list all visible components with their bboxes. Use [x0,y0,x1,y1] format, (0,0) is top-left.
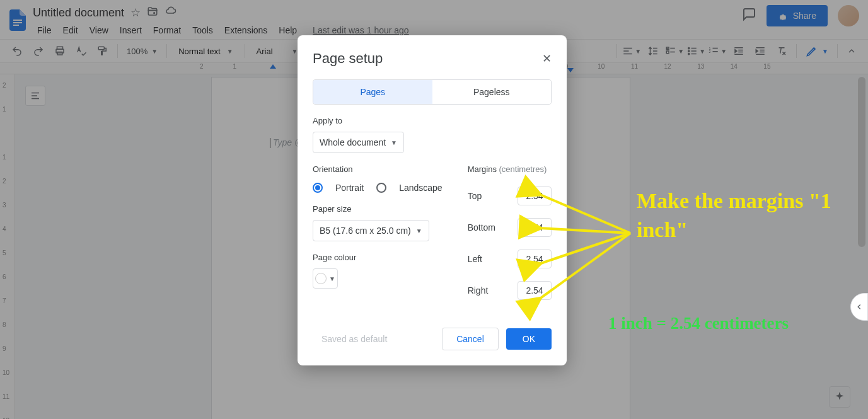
margins-label: Margins (centimetres) [468,164,552,174]
svg-point-20 [688,53,690,54]
orientation-label: Orientation [313,164,443,174]
menu-file[interactable]: File [33,23,56,38]
tab-pageless[interactable]: Pageless [432,80,552,104]
orientation-landscape-label: Landscape [399,183,443,193]
comments-icon[interactable] [741,7,756,25]
right-indent-marker[interactable] [567,68,574,72]
apply-to-label: Apply to [313,116,552,125]
svg-rect-16 [666,51,669,54]
margin-top-label: Top [468,191,482,201]
close-icon[interactable]: ✕ [542,52,552,66]
line-spacing-icon[interactable] [644,42,663,60]
redo-icon[interactable] [29,42,48,60]
print-icon[interactable] [50,42,69,60]
decrease-indent-icon[interactable] [729,42,748,60]
margin-right-input[interactable] [518,281,552,300]
hide-menus-icon[interactable] [843,42,860,60]
share-label: Share [793,11,816,21]
paper-size-label: Paper size [313,204,443,214]
orientation-portrait-radio[interactable] [313,183,323,193]
ok-button[interactable]: OK [506,328,552,350]
svg-text:2: 2 [709,50,711,54]
checklist-icon[interactable]: ▼ [665,42,684,60]
menu-edit[interactable]: Edit [59,23,83,38]
svg-point-18 [688,47,690,49]
annotation-margins: Make the margins "1 inch" [637,187,868,244]
align-dropdown[interactable]: ▼ [622,42,641,60]
zoom-select[interactable]: 100%▼ [123,44,161,59]
font-select[interactable]: Arial▼ [250,44,304,59]
svg-rect-2 [13,25,19,26]
bulleted-list-icon[interactable]: ▼ [686,42,705,60]
svg-rect-1 [13,22,22,23]
margin-left-label: Left [468,254,482,264]
editing-mode-button[interactable]: ▼ [802,42,832,60]
tab-pages[interactable]: Pages [313,80,432,104]
spellcheck-icon[interactable] [72,42,91,60]
increase-indent-icon[interactable] [751,42,770,60]
clear-formatting-icon[interactable] [772,42,791,60]
margin-left-input[interactable] [518,250,552,268]
docs-logo[interactable] [5,5,30,35]
margin-bottom-label: Bottom [468,222,495,232]
svg-rect-7 [98,47,104,50]
share-button[interactable]: Share [767,5,828,26]
cancel-button[interactable]: Cancel [442,328,499,350]
menu-help[interactable]: Help [274,23,301,38]
document-title[interactable]: Untitled document [33,6,124,20]
numbered-list-icon[interactable]: 12▼ [708,42,727,60]
svg-rect-3 [780,15,785,20]
vertical-ruler[interactable]: 21123456789101112 [0,74,15,419]
page-colour-label: Page colour [313,253,443,262]
paragraph-style-select[interactable]: Normal text▼ [172,44,239,59]
account-avatar[interactable] [838,5,859,26]
explore-button[interactable] [829,386,850,408]
orientation-portrait-label: Portrait [335,183,364,193]
svg-point-19 [688,50,690,52]
saved-as-default: Saved as default [313,329,396,349]
margin-bottom-input[interactable] [518,218,552,237]
menu-extensions[interactable]: Extensions [220,23,272,38]
cloud-status-icon[interactable] [165,6,177,20]
menu-insert[interactable]: Insert [115,23,146,38]
menu-view[interactable]: View [85,23,113,38]
undo-icon[interactable] [8,42,26,60]
dialog-title: Page setup [313,50,383,67]
annotation-conversion: 1 inch = 2.54 centimeters [608,314,789,333]
move-icon[interactable] [147,6,158,20]
paper-size-select[interactable]: B5 (17.6 cm x 25.0 cm)▼ [313,220,429,241]
star-icon[interactable]: ☆ [130,6,141,20]
show-outline-button[interactable] [25,86,45,106]
menu-tools[interactable]: Tools [188,23,217,38]
left-indent-marker[interactable] [270,64,276,69]
svg-rect-0 [13,20,22,21]
orientation-landscape-radio[interactable] [376,183,386,193]
menu-format[interactable]: Format [149,23,185,38]
margin-top-input[interactable] [518,187,552,205]
last-edit-link[interactable]: Last edit was 1 hour ago [313,25,409,35]
page-colour-select[interactable]: ▼ [313,268,338,289]
page-setup-dialog: Page setup ✕ Pages Pageless Apply to Who… [298,35,567,365]
apply-to-select[interactable]: Whole document▼ [313,132,404,153]
paint-format-icon[interactable] [93,42,112,60]
margin-right-label: Right [468,285,489,296]
